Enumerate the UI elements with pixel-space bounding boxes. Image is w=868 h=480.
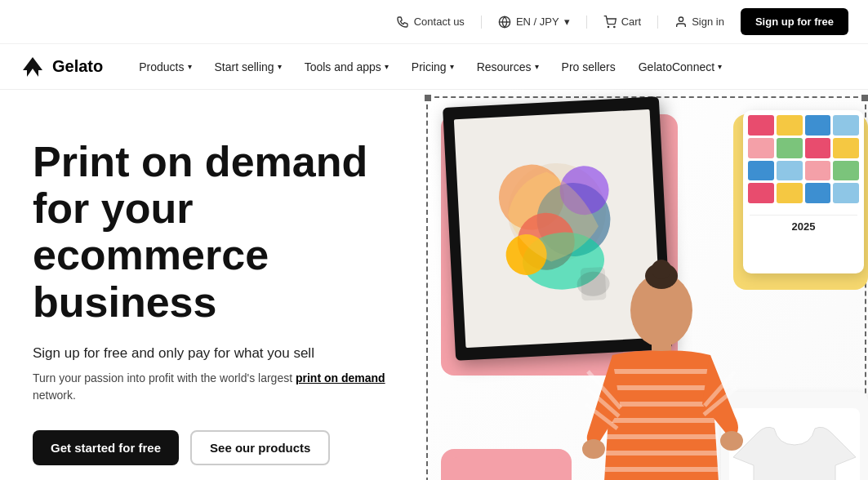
nav-links: Products ▾ Start selling ▾ Tools and app…: [129, 56, 848, 78]
see-products-button[interactable]: See our products: [190, 430, 330, 465]
calendar-cell: [805, 161, 831, 181]
tools-chevron-icon: ▾: [385, 62, 389, 71]
print-on-demand-link[interactable]: print on demand: [296, 371, 385, 384]
person-svg: [572, 245, 751, 480]
start-selling-chevron-icon: ▾: [278, 62, 282, 71]
hero-subtitle: Sign up for free and only pay for what y…: [33, 345, 392, 362]
svg-point-37: [720, 431, 743, 451]
calendar-cell: [777, 183, 803, 203]
hero-title: Print on demand for your ecommerce busin…: [33, 139, 392, 326]
divider: [481, 16, 482, 29]
signin-link[interactable]: Sign in: [674, 16, 724, 29]
calendar-card: 2025: [743, 110, 864, 273]
calendar-cell: [833, 138, 859, 158]
calendar-cell: [805, 115, 831, 136]
get-started-button[interactable]: Get started for free: [33, 430, 179, 465]
logo[interactable]: Gelato: [20, 54, 103, 80]
divider3: [657, 16, 658, 29]
calendar-cell: [777, 138, 803, 158]
svg-point-22: [652, 260, 671, 279]
language-label: EN / JPY: [516, 16, 559, 28]
calendar-cell: [833, 183, 859, 203]
contact-label: Contact us: [414, 16, 465, 28]
resources-chevron-icon: ▾: [535, 62, 539, 71]
language-chevron-icon: ▾: [564, 16, 570, 28]
hero-desc: Turn your passion into profit with the w…: [33, 370, 392, 404]
calendar-grid: [743, 110, 864, 208]
cart-link[interactable]: Cart: [603, 16, 642, 29]
hero-section: Print on demand for your ecommerce busin…: [0, 90, 868, 480]
svg-point-36: [582, 439, 605, 459]
hat-inner: made it.: [455, 467, 561, 480]
pricing-chevron-icon: ▾: [450, 62, 454, 71]
divider2: [586, 16, 587, 29]
signin-label: Sign in: [692, 16, 724, 28]
logo-text: Gelato: [52, 57, 103, 76]
products-chevron-icon: ▾: [188, 62, 192, 71]
nav-item-resources[interactable]: Resources ▾: [467, 56, 549, 78]
calendar-cell: [805, 183, 831, 203]
calendar-cell: [833, 161, 859, 181]
selection-handle-tl: [425, 95, 431, 101]
calendar-cell: [805, 138, 831, 158]
hero-left: Print on demand for your ecommerce busin…: [0, 90, 425, 480]
svg-point-4: [679, 17, 683, 21]
hat-svg: made it.: [455, 475, 561, 480]
calendar-cell: [833, 115, 859, 136]
calendar-cell: [748, 161, 774, 181]
nav-item-pro-sellers[interactable]: Pro sellers: [552, 56, 625, 78]
hero-right: 2025 made it.: [425, 90, 868, 480]
main-nav: Gelato Products ▾ Start selling ▾ Tools …: [0, 44, 868, 90]
contact-link[interactable]: Contact us: [396, 16, 465, 29]
nav-item-gelato-connect[interactable]: GelatoConnect ▾: [629, 56, 732, 78]
calendar-cell: [748, 138, 774, 158]
svg-point-3: [613, 26, 614, 27]
calendar-cell: [748, 183, 774, 203]
signup-button[interactable]: Sign up for free: [741, 8, 848, 35]
nav-item-tools-and-apps[interactable]: Tools and apps ▾: [295, 56, 398, 78]
calendar-year: 2025: [750, 215, 857, 233]
selection-handle-tr: [861, 95, 868, 101]
nav-item-start-selling[interactable]: Start selling ▾: [205, 56, 292, 78]
cart-label: Cart: [621, 16, 642, 28]
calendar-bottom: 2025: [743, 208, 864, 239]
gelato-connect-chevron-icon: ▾: [718, 62, 722, 71]
nav-item-pricing[interactable]: Pricing ▾: [402, 56, 464, 78]
calendar-cell: [777, 161, 803, 181]
tshirt-svg: made it.: [733, 416, 856, 480]
nav-item-products[interactable]: Products ▾: [129, 56, 201, 78]
hero-buttons: Get started for free See our products: [33, 430, 392, 465]
hat-card: made it.: [447, 457, 568, 480]
top-bar: Contact us EN / JPY ▾ Cart Sign in Sign …: [0, 0, 868, 44]
calendar-cell: [777, 115, 803, 136]
calendar-cell: [748, 115, 774, 136]
person-image: [572, 245, 751, 480]
svg-point-2: [608, 26, 608, 27]
language-selector[interactable]: EN / JPY ▾: [498, 16, 570, 29]
